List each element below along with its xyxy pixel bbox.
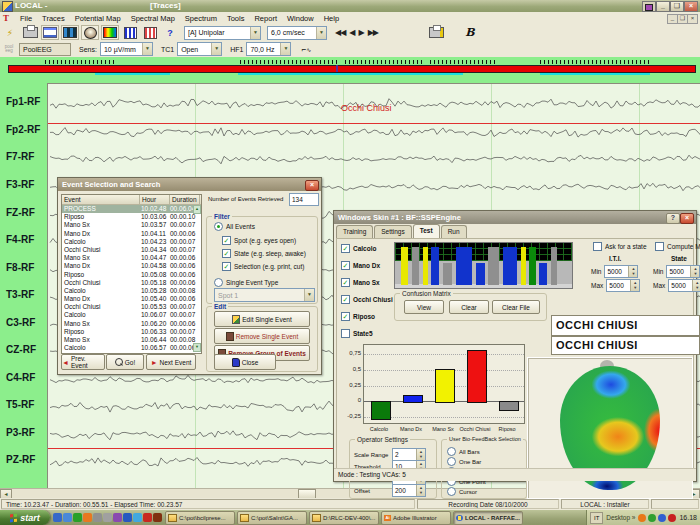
event-cell-name[interactable]: Mano Dx: [62, 262, 139, 270]
event-cell-name[interactable]: Mano Sx: [62, 336, 139, 344]
state-max-spinner[interactable]: 5000▲▼: [668, 279, 700, 292]
tab-settings[interactable]: Settings: [374, 225, 412, 239]
task-button-local-raffae[interactable]: LOCAL - RAFFAE...: [453, 511, 523, 525]
class-checkbox-mano-dx[interactable]: ✓Mano Dx: [341, 261, 380, 270]
class-checkbox-riposo[interactable]: ✓Riposo: [341, 312, 375, 321]
event-cell-hour[interactable]: 10.05.18: [139, 279, 168, 287]
menu-item-traces[interactable]: Traces: [37, 14, 70, 23]
class-checkbox-mano-sx[interactable]: ✓Mano Sx: [341, 278, 380, 287]
event-cell-name[interactable]: Calcolo: [62, 344, 139, 352]
event-cell-hour[interactable]: 10.04.23: [139, 238, 168, 246]
checkbox-icon[interactable]: ✓: [341, 244, 350, 253]
quicklaunch-icon[interactable]: [133, 513, 142, 522]
tray-icon[interactable]: [658, 514, 666, 522]
event-row[interactable]: Mano Sx10.03.5700.00.07: [62, 221, 201, 229]
high-filter-select[interactable]: 70,0 Hz▼: [246, 42, 291, 56]
checkbox-icon[interactable]: [593, 242, 602, 251]
bci-dialog-titlebar[interactable]: Windows Skin #1 : BF::SSPEngine: [334, 211, 696, 224]
event-cell-duration[interactable]: 00.00.07: [168, 303, 197, 311]
restore-button[interactable]: ❑: [670, 1, 684, 12]
menu-item-help[interactable]: Help: [319, 14, 344, 23]
event-row[interactable]: Mano Sx10.06.2000.00.06: [62, 320, 201, 328]
blue-bars-icon[interactable]: [121, 25, 139, 40]
column-header-hour[interactable]: Hour: [140, 195, 170, 204]
column-header-event[interactable]: Event: [62, 195, 140, 204]
quicklaunch-icon[interactable]: [63, 513, 72, 522]
start-button[interactable]: start: [0, 510, 50, 525]
quicklaunch-icon[interactable]: [93, 513, 102, 522]
event-cell-duration[interactable]: 00.00.07: [168, 328, 197, 336]
spinner-arrows-icon[interactable]: ▲▼: [628, 266, 637, 277]
menu-item-spectrum[interactable]: Spectrum: [180, 14, 222, 23]
class-checkbox-calcolo[interactable]: ✓Calcolo: [341, 244, 376, 253]
event-row[interactable]: Occhi Chiusi10.04.3400.00.07: [62, 246, 201, 254]
event-row[interactable]: Calcolo10.06.5700.00.06: [62, 344, 201, 352]
menu-item-report[interactable]: Report: [249, 14, 282, 23]
checkbox-icon[interactable]: ✓: [222, 262, 231, 271]
step-back-button[interactable]: ◀: [349, 28, 354, 37]
event-cell-hour[interactable]: 10.04.34: [139, 246, 168, 254]
menu-item-file[interactable]: File: [15, 14, 37, 23]
menu-item-tools[interactable]: Tools: [222, 14, 250, 23]
event-cell-hour[interactable]: 10.04.47: [139, 254, 168, 262]
iti-max-spinner[interactable]: 5000▲▼: [606, 279, 640, 292]
spinner-arrows-icon[interactable]: ▲▼: [630, 280, 639, 291]
bci-engine-icon[interactable]: B: [461, 25, 479, 40]
checkbox-icon[interactable]: ✓: [341, 312, 350, 321]
event-type-select[interactable]: Spot 1 ▼: [214, 288, 315, 302]
edit-single-event-button[interactable]: Edit Single Event: [214, 311, 310, 327]
radio-icon[interactable]: [447, 447, 456, 456]
event-cell-hour[interactable]: 10.06.57: [139, 344, 168, 352]
all-events-radio[interactable]: All Events: [214, 222, 255, 231]
state-min-spinner[interactable]: 5000▲▼: [666, 265, 700, 278]
sensitivity-select[interactable]: 10 µV/mm▼: [100, 42, 153, 56]
checkbox-icon[interactable]: ✓: [341, 261, 350, 270]
filter-checkbox-state-e-g-sleep-awake[interactable]: ✓State (e.g. sleep, awake): [222, 249, 306, 258]
filter-checkbox-spot-e-g-eyes-open[interactable]: ✓Spot (e.g. eyes open): [222, 236, 296, 245]
task-button-d-rlc-dev-400[interactable]: D:\RLC-DEV-400\...: [309, 511, 379, 525]
event-cell-name[interactable]: Occhi Chiusi: [62, 303, 139, 311]
event-cell-name[interactable]: Mano Sx: [62, 221, 139, 229]
print-icon[interactable]: [21, 25, 39, 40]
tray-icon[interactable]: [638, 514, 646, 522]
event-cell-duration[interactable]: 00.00.08: [168, 287, 197, 295]
maps-view-icon[interactable]: [61, 25, 79, 40]
chevron-down-icon[interactable]: ▼: [250, 27, 260, 39]
event-row[interactable]: Riposo10.03.0600.00.10: [62, 213, 201, 221]
task-button-c-pot-saint-ga[interactable]: C:\pot\SaInt\GA...: [237, 511, 307, 525]
speed-select[interactable]: 6,0 cm/sec▼: [267, 26, 327, 40]
chevron-down-icon[interactable]: ▼: [211, 43, 221, 55]
event-row[interactable]: Calcolo10.05.2800.00.08: [62, 287, 201, 295]
remove-single-event-button[interactable]: Remove Single Event: [214, 328, 310, 344]
event-cell-hour[interactable]: 10.05.53: [139, 303, 168, 311]
head-map-icon[interactable]: [81, 25, 99, 40]
feedback-radio-one-bar[interactable]: One Bar: [447, 457, 481, 466]
class-checkbox-state5[interactable]: State5: [341, 329, 373, 338]
event-cell-name[interactable]: Mano Dx: [62, 230, 139, 238]
red-bars-icon[interactable]: [141, 25, 159, 40]
retrieved-count-field[interactable]: 134: [289, 193, 319, 206]
close-button[interactable]: ×: [684, 1, 698, 12]
montage-select[interactable]: [A] Unipolar▼: [184, 26, 261, 40]
scroll-up-icon[interactable]: ▲: [193, 205, 201, 214]
checkbox-icon[interactable]: ✓: [222, 249, 231, 258]
clear-file-button[interactable]: Clear File: [492, 300, 540, 314]
quicklaunch-icon[interactable]: [103, 513, 112, 522]
event-cell-duration[interactable]: 00.00.07: [168, 311, 197, 319]
time-constant-select[interactable]: Open▼: [177, 42, 222, 56]
event-row[interactable]: Calcolo10.04.2300.00.07: [62, 238, 201, 246]
quicklaunch-icon[interactable]: [153, 513, 162, 522]
event-cell-name[interactable]: Mano Dx: [62, 295, 139, 303]
event-cell-duration[interactable]: 00.00.07: [168, 246, 197, 254]
single-event-radio[interactable]: Single Event Type: [214, 278, 278, 287]
event-cell-name[interactable]: Occhi Chiusi: [62, 279, 139, 287]
compute-map-checkbox[interactable]: Compute Map: [655, 242, 700, 251]
column-header-duration[interactable]: Duration: [170, 195, 200, 204]
event-row[interactable]: Mano Sx10.06.4400.00.08: [62, 336, 201, 344]
event-cell-duration[interactable]: 00.00.07: [168, 238, 197, 246]
event-cell-duration[interactable]: 00.00.06: [168, 320, 197, 328]
spinner-arrows-icon[interactable]: ▲▼: [416, 449, 425, 460]
event-cell-hour[interactable]: 10.04.58: [139, 262, 168, 270]
feedback-radio-cursor[interactable]: Cursor: [447, 487, 477, 496]
event-cell-name[interactable]: Mano Sx: [62, 254, 139, 262]
